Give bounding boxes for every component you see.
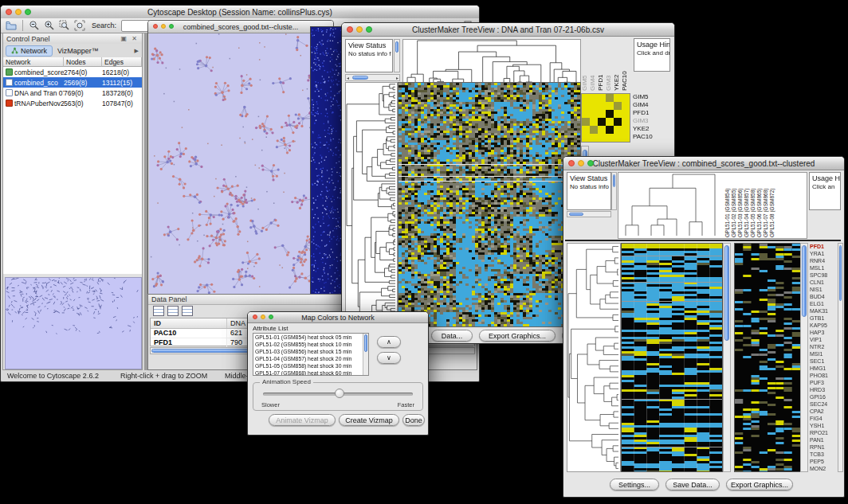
gene-label[interactable]: PFD1: [810, 243, 837, 250]
zoom-button[interactable]: [366, 26, 372, 33]
attribute-list-vscrollbar[interactable]: [363, 334, 368, 375]
close-button[interactable]: [253, 315, 257, 319]
minimize-button[interactable]: [356, 26, 363, 33]
zoom-vscrollbar[interactable]: [800, 243, 808, 472]
network-list-row[interactable]: tRNAPuberNov2563(0)107847(0): [3, 98, 142, 108]
view-status-vscrollbar[interactable]: [611, 172, 617, 210]
zoom-button[interactable]: [169, 24, 174, 29]
close-button[interactable]: [568, 160, 575, 166]
heatmap-canvas[interactable]: [621, 243, 723, 472]
scrollbar-thumb[interactable]: [802, 245, 807, 317]
gene-label[interactable]: YSH1: [810, 422, 837, 429]
zoom-selected-icon[interactable]: [58, 20, 71, 32]
tab-vizmapper[interactable]: VizMapper™: [53, 46, 104, 56]
close-button[interactable]: [153, 24, 158, 29]
gene-label[interactable]: CPA2: [810, 408, 837, 415]
move-up-button[interactable]: ∧: [377, 336, 401, 348]
gene-label[interactable]: HAP3: [810, 329, 837, 336]
dialog-button[interactable]: Done: [402, 414, 425, 426]
network-table-icon[interactable]: [182, 306, 193, 316]
gene-label[interactable]: FIG4: [810, 415, 837, 422]
minimize-button[interactable]: [161, 24, 166, 29]
close-button[interactable]: [6, 9, 12, 15]
column-header-id[interactable]: ID: [151, 318, 227, 328]
dialog-button[interactable]: Create Vizmap: [339, 414, 399, 426]
treeview1-button[interactable]: Export Graphics...: [479, 330, 556, 342]
gene-label[interactable]: KAP95: [810, 322, 837, 329]
gene-label[interactable]: RNR4: [810, 257, 837, 264]
gene-label[interactable]: GTB1: [810, 315, 837, 322]
minimize-button[interactable]: [261, 315, 265, 319]
dialog-titlebar[interactable]: Map Colors to Network: [248, 312, 428, 323]
scrollbar-thumb[interactable]: [569, 213, 583, 216]
correlation-matrix-canvas[interactable]: [581, 93, 630, 143]
network-list-row[interactable]: combined_scores2764(0)16218(0): [3, 67, 142, 77]
tab-network[interactable]: Network: [6, 45, 53, 57]
attribute-item[interactable]: GPL51-05 (GSM858) heat shock 30 min: [253, 362, 368, 369]
gene-label[interactable]: PAN1: [810, 436, 837, 443]
attribute-list[interactable]: GPL51-01 (GSM854) heat shock 05 minGPL51…: [253, 333, 369, 376]
network-view-titlebar[interactable]: combined_scores_good.txt--cluste...: [148, 21, 333, 33]
treeview1-titlebar[interactable]: ClusterMaker TreeView : DNA and Tran 07-…: [342, 23, 674, 37]
gene-label[interactable]: SEC1: [810, 357, 837, 365]
attribute-item[interactable]: GPL51-01 (GSM854) heat shock 05 min: [253, 334, 368, 341]
gene-label[interactable]: TCB3: [810, 451, 837, 458]
move-down-button[interactable]: ∨: [377, 352, 401, 364]
scrollbar-thumb[interactable]: [839, 245, 842, 301]
dense-network-canvas[interactable]: [311, 27, 341, 296]
column-dendrogram-canvas[interactable]: [619, 174, 721, 237]
gene-label[interactable]: PUF3: [810, 379, 837, 386]
gene-label[interactable]: CLN1: [810, 279, 837, 286]
minimize-button[interactable]: [578, 160, 584, 166]
zoom-fit-icon[interactable]: [73, 20, 86, 32]
row-dendrogram-canvas[interactable]: [567, 243, 621, 472]
attribute-table-icon[interactable]: [153, 306, 164, 316]
gene-list-vscrollbar[interactable]: [838, 243, 843, 472]
scroll-right-arrow-icon[interactable]: ▸: [396, 75, 398, 80]
slider-thumb[interactable]: [335, 389, 344, 398]
open-folder-icon[interactable]: [5, 20, 18, 32]
tab-overflow-arrow[interactable]: ▶: [135, 48, 139, 54]
row-dendrogram-canvas[interactable]: [345, 82, 398, 327]
treeview2-button[interactable]: Export Graphics...: [726, 479, 793, 490]
gene-label[interactable]: MAK31: [810, 307, 837, 315]
treeview2-button[interactable]: Settings...: [610, 479, 659, 490]
view-status-vscrollbar[interactable]: [394, 39, 400, 72]
network-list-row[interactable]: DNA and Tran 07769(0)183728(0): [3, 88, 142, 98]
network-list-row[interactable]: combined_sco2569(8)13112(15): [3, 77, 142, 88]
heatmap-canvas[interactable]: [398, 82, 581, 327]
zoom-button[interactable]: [269, 315, 273, 319]
attribute-item[interactable]: GPL51-04 (GSM857) heat shock 20 min: [253, 355, 368, 362]
view-status-hscrollbar[interactable]: ◂▸: [345, 74, 400, 81]
gene-label[interactable]: MSI1: [810, 350, 837, 357]
column-header-nodes[interactable]: Nodes: [64, 57, 102, 67]
gene-label[interactable]: GPI16: [810, 393, 837, 400]
treeview2-button[interactable]: Save Data...: [665, 479, 720, 490]
column-header-edges[interactable]: Edges: [102, 57, 142, 67]
treeview1-button[interactable]: Data...: [431, 330, 473, 342]
gene-label[interactable]: MSL1: [810, 264, 837, 272]
gene-label[interactable]: PEP5: [810, 458, 837, 465]
scrollbar-thumb[interactable]: [724, 245, 729, 341]
attribute-item[interactable]: GPL51-02 (GSM855) heat shock 10 min: [253, 341, 368, 348]
scrollbar-thumb[interactable]: [364, 334, 367, 352]
gene-label[interactable]: SEC24: [810, 400, 837, 408]
gene-label[interactable]: NIS1: [810, 286, 837, 293]
minimize-button[interactable]: [15, 9, 22, 15]
gene-label[interactable]: HMG1: [810, 365, 837, 372]
gene-label[interactable]: RPO21: [810, 429, 837, 436]
edge-table-icon[interactable]: [167, 306, 179, 316]
attribute-item[interactable]: GPL51-03 (GSM856) heat shock 15 min: [253, 348, 368, 355]
speed-slider[interactable]: [263, 393, 413, 396]
gene-label[interactable]: HRD3: [810, 386, 837, 393]
heatmap-vscrollbar[interactable]: [723, 243, 731, 472]
view-status-hscrollbar[interactable]: [567, 211, 611, 217]
gene-label[interactable]: ELG1: [810, 300, 837, 307]
zoom-out-icon[interactable]: [28, 20, 41, 32]
gene-label[interactable]: YRA1: [810, 250, 837, 257]
scrollbar-thumb[interactable]: [352, 76, 368, 80]
zoom-button[interactable]: [587, 160, 594, 166]
scrollbar-thumb[interactable]: [395, 41, 398, 53]
column-header-network[interactable]: Network: [3, 57, 64, 67]
scroll-left-arrow-icon[interactable]: ◂: [347, 75, 349, 80]
